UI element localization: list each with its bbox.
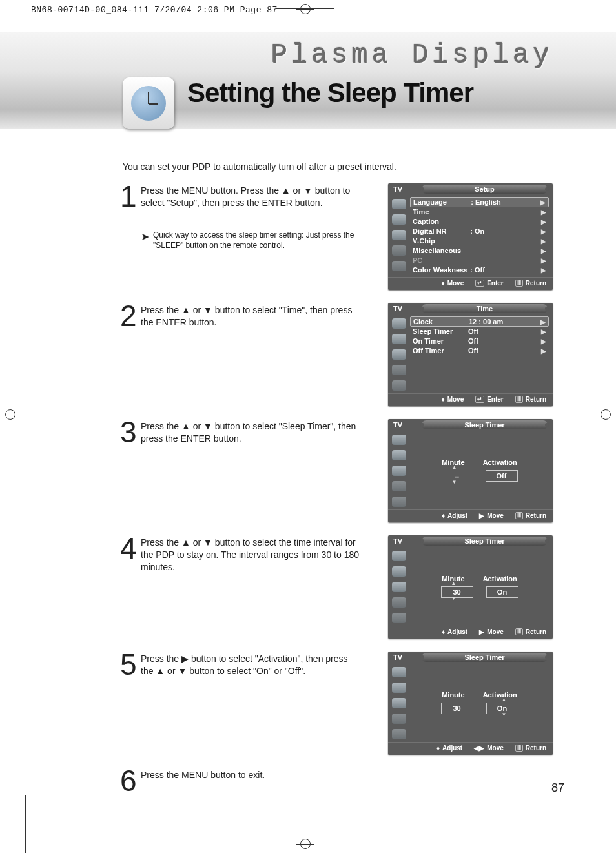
minute-value[interactable]: 30 [441, 586, 473, 598]
osd-cat-icon [392, 435, 406, 445]
step-number: 3 [120, 419, 139, 446]
activation-label: Activation [483, 458, 517, 466]
osd-row-color-weakness[interactable]: Color Weakness : Off ▶ [410, 265, 549, 274]
step-text: Press the ▲ or ▼ button to select "Time"… [141, 303, 360, 329]
step-text: Press the MENU button. Press the ▲ or ▼ … [141, 183, 360, 251]
footer-return: Return [526, 512, 546, 519]
step-2: 2 Press the ▲ or ▼ button to select "Tim… [120, 303, 553, 406]
return-icon: Ⅲ [515, 628, 523, 635]
osd-tv-label: TV [388, 185, 407, 193]
step-text: Press the ▲ or ▼ button to select "Sleep… [141, 419, 360, 445]
osd-row-language[interactable]: Language : English ▶ [410, 197, 549, 207]
chevron-right-icon: ▶ [541, 328, 546, 335]
chevron-right-icon: ▶ [540, 318, 546, 325]
reg-cross [606, 406, 606, 424]
right-icon: ▶ [479, 512, 484, 519]
osd-cat-icon [392, 597, 406, 608]
osd-cat-icon [392, 245, 406, 256]
step-number: 5 [120, 652, 139, 678]
osd-row-value: Off [475, 266, 541, 274]
tip-text: Quick way to access the sleep timer sett… [153, 230, 360, 251]
osd-footer: ♦Adjust ◀▶Move ⅢReturn [388, 742, 553, 755]
minute-label: Minute [442, 691, 464, 699]
step-5: 5 Press the ▶ button to select "Activati… [120, 652, 553, 755]
return-icon: Ⅲ [515, 745, 523, 752]
osd-cat-icon [392, 199, 406, 209]
osd-row-label: Sleep Timer [413, 327, 468, 335]
osd-row-value: 12 : 00 am [469, 318, 540, 325]
manual-page: BN68-00714D-00_084-111 7/20/04 2:06 PM P… [0, 0, 616, 853]
osd-cat-icon [392, 497, 406, 507]
footer-adjust: Adjust [442, 745, 462, 752]
osd-row-clock[interactable]: Clock 12 : 00 am ▶ [410, 316, 549, 327]
osd-row-label: Time [413, 208, 468, 216]
minute-value[interactable]: 30 [441, 703, 473, 714]
osd-row-label: On Timer [413, 337, 468, 345]
osd-cat-icon [392, 380, 406, 391]
reg-cross [296, 9, 314, 10]
osd-cat-icon [392, 214, 406, 225]
footer-enter: Enter [487, 396, 504, 403]
step-number: 4 [120, 535, 139, 562]
activation-label: Activation [483, 691, 517, 699]
osd-footer: ♦Adjust ▶Move ⅢReturn [388, 509, 553, 522]
tip-arrow-icon: ➤ [141, 230, 149, 251]
page-title: Setting the Sleep Timer [187, 77, 473, 108]
osd-cat-icon [392, 450, 406, 460]
osd-cat-icon [392, 318, 406, 329]
osd-cat-icon [392, 566, 406, 577]
activation-value[interactable]: Off [486, 470, 518, 482]
osd-row-caption[interactable]: Caption ▶ [410, 217, 549, 226]
osd-row-sleep-timer[interactable]: Sleep Timer Off ▶ [410, 327, 549, 336]
footer-adjust: Adjust [447, 512, 467, 519]
osd-row-time[interactable]: Time ▶ [410, 207, 549, 216]
enter-icon: ↵ [475, 396, 484, 403]
updown-icon: ♦ [442, 512, 445, 519]
osd-row-label: Clock [413, 318, 469, 325]
updown-icon: ♦ [442, 396, 445, 403]
step-6: 6 Press the MENU button to exit. [120, 768, 553, 794]
osd-tv-label: TV [388, 537, 407, 545]
reg-cross [296, 844, 314, 845]
osd-icon-column [392, 666, 410, 739]
osd-row-digital-nr[interactable]: Digital NR : On ▶ [410, 227, 549, 236]
footer-return: Return [526, 280, 546, 287]
osd-cat-icon [392, 667, 406, 677]
osd-cat-icon [392, 698, 406, 708]
footer-move: Move [487, 628, 504, 635]
osd-tv-label: TV [388, 305, 407, 313]
reg-cross [305, 1, 305, 19]
crop-mark [25, 795, 26, 853]
osd-row-misc[interactable]: Miscellaneous ▶ [410, 246, 549, 255]
footer-move: Move [487, 745, 504, 752]
osd-cat-icon [392, 729, 406, 739]
osd-footer: ♦Move ↵Enter ⅢReturn [388, 393, 553, 406]
activation-value[interactable]: On [486, 586, 518, 598]
chevron-right-icon: ▶ [541, 257, 546, 264]
osd-title: Sleep Timer [422, 653, 548, 662]
clock-icon [123, 77, 174, 129]
osd-cat-icon [392, 230, 406, 240]
osd-title: Setup [422, 185, 548, 194]
right-icon: ▶ [479, 628, 484, 635]
minute-value[interactable]: -- [442, 471, 473, 481]
chevron-right-icon: ▶ [540, 199, 546, 206]
osd-row-value: English [475, 198, 540, 206]
osd-cat-icon [392, 365, 406, 375]
enter-icon: ↵ [475, 280, 484, 287]
osd-row-on-timer[interactable]: On Timer Off ▶ [410, 336, 549, 345]
step-instruction: Press the MENU button. Press the ▲ or ▼ … [141, 185, 350, 208]
intro-text: You can set your PDP to automatically tu… [123, 161, 396, 172]
chevron-right-icon: ▶ [541, 238, 546, 245]
osd-setup: TV Setup Language : [388, 183, 553, 290]
footer-return: Return [526, 628, 546, 635]
osd-row-label: Miscellaneous [413, 247, 468, 254]
activation-label: Activation [483, 575, 517, 582]
osd-cat-icon [392, 714, 406, 724]
osd-title: Sleep Timer [422, 537, 548, 546]
footer-enter: Enter [487, 280, 504, 287]
osd-row-off-timer[interactable]: Off Timer Off ▶ [410, 346, 549, 355]
osd-row-vchip[interactable]: V-Chip ▶ [410, 236, 549, 245]
osd-title: Sleep Timer [422, 420, 548, 429]
osd-cat-icon [392, 551, 406, 561]
